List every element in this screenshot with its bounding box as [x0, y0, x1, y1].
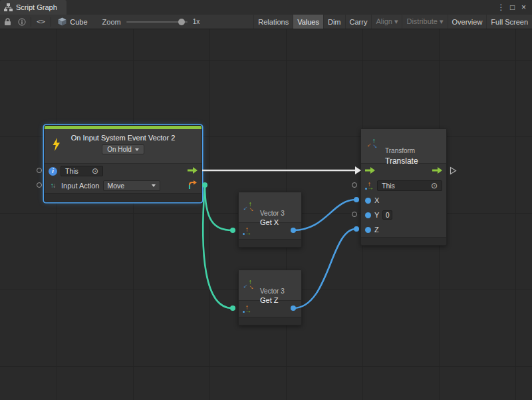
node-title: On Input System Event Vector 2	[45, 129, 201, 142]
y-label: Y	[374, 211, 379, 219]
toolbar-separator	[31, 17, 31, 27]
input-action-row: Input Action Move	[45, 178, 201, 193]
event-mode-dropdown[interactable]: On Hold	[102, 144, 144, 154]
tab-script-graph[interactable]: Script Graph	[0, 0, 66, 15]
event-node-rows: This ⊙ Input Action Move	[45, 164, 201, 193]
node-category: Transform	[385, 147, 446, 154]
toolbar-buttons: Relations Values Dim Carry Align ▾ Distr…	[253, 15, 532, 29]
float-wire-z	[293, 229, 356, 308]
node-footer	[361, 237, 446, 245]
fullscreen-button[interactable]: Full Screen	[486, 15, 532, 29]
transform-icon	[367, 138, 378, 148]
x-label: X	[374, 196, 379, 204]
y-port[interactable]	[365, 212, 371, 218]
object-chip[interactable]: Cube	[53, 17, 92, 26]
info-icon	[49, 167, 57, 176]
node-transform-translate[interactable]: Transform Translate	[360, 128, 447, 246]
lightning-bolt-icon	[51, 138, 61, 152]
lock-icon[interactable]	[0, 15, 15, 29]
transform-y-input-port[interactable]	[352, 212, 357, 217]
inspect-info-icon[interactable]	[15, 15, 29, 29]
node-title: Get X	[260, 218, 301, 226]
zoom-slider-thumb[interactable]	[178, 19, 185, 25]
control-output-port[interactable]	[432, 167, 442, 175]
chevron-down-icon	[135, 148, 139, 151]
this-row: This ⊙	[361, 178, 446, 193]
zoom-slider[interactable]	[126, 21, 188, 23]
y-value-field[interactable]: 0	[382, 210, 392, 220]
graph-canvas[interactable]: On Input System Event Vector 2 On Hold T…	[0, 29, 532, 400]
object-picker-icon[interactable]: ⊙	[92, 167, 98, 175]
node-get-x[interactable]: Vector 3 Get X	[238, 192, 302, 248]
toolbar-separator	[51, 17, 51, 27]
vector3-icon	[243, 201, 254, 212]
input-action-dropdown[interactable]: Move	[103, 180, 160, 191]
maximize-icon[interactable]: □	[507, 0, 518, 15]
tab-label: Script Graph	[16, 3, 57, 11]
transform-header: Transform Translate	[361, 129, 446, 164]
graph-toolbar: <> Cube Zoom 1x Relations Values Dim Car…	[0, 15, 532, 29]
window-controls: ⋮ □ ×	[495, 0, 532, 15]
align-dropdown-button: Align ▾	[371, 15, 402, 29]
this-label: This	[382, 182, 395, 190]
node-title: Translate	[385, 156, 446, 166]
this-object-field[interactable]: This ⊙	[377, 180, 442, 191]
get-z-header: Vector 3 Get Z	[239, 270, 301, 301]
zoom-value: 1x	[193, 18, 200, 25]
window-menu-icon[interactable]: ⋮	[495, 0, 507, 15]
axis-icon	[365, 182, 374, 190]
control-flow-row	[361, 164, 446, 178]
input-action-icon	[49, 182, 58, 190]
z-row: Z	[361, 222, 446, 237]
vector2-output-port[interactable]	[188, 180, 198, 191]
control-output-port[interactable]	[188, 167, 198, 175]
event-value-input-port[interactable]	[37, 182, 42, 188]
node-footer	[239, 239, 301, 247]
flow-continue-triangle[interactable]	[450, 166, 457, 175]
float-wire-x	[293, 200, 356, 230]
input-action-value: Move	[108, 182, 125, 190]
control-input-port[interactable]	[365, 167, 375, 175]
graph-icon	[4, 3, 13, 11]
this-label: This	[65, 167, 78, 175]
script-graph-window: Script Graph ⋮ □ × <> Cube	[0, 0, 532, 400]
transform-rows: This ⊙ X Y 0 Z	[361, 164, 446, 237]
node-category: Vector 3	[260, 288, 301, 295]
transform-this-input-port[interactable]	[352, 182, 357, 188]
event-node-header: On Input System Event Vector 2 On Hold	[45, 129, 201, 164]
event-mode-value: On Hold	[107, 146, 132, 153]
cube-icon	[58, 17, 66, 26]
close-icon[interactable]: ×	[518, 0, 529, 15]
object-name: Cube	[70, 18, 87, 26]
object-picker-icon[interactable]: ⊙	[431, 182, 438, 190]
input-action-label: Input Action	[61, 182, 100, 190]
titlebar: Script Graph ⋮ □ ×	[0, 0, 532, 15]
get-x-header: Vector 3 Get X	[239, 192, 301, 223]
zoom-label: Zoom	[102, 18, 121, 26]
code-icon[interactable]: <>	[33, 17, 49, 26]
z-port[interactable]	[365, 227, 371, 233]
carry-button[interactable]: Carry	[345, 15, 372, 29]
x-row: X	[361, 193, 446, 208]
x-port[interactable]	[365, 198, 371, 204]
values-button[interactable]: Values	[293, 15, 323, 29]
chevron-down-icon	[152, 184, 156, 187]
node-title: Get Z	[260, 296, 301, 304]
event-control-input-port[interactable]	[37, 168, 42, 173]
dim-button[interactable]: Dim	[323, 15, 345, 29]
z-label: Z	[374, 226, 379, 234]
node-get-z[interactable]: Vector 3 Get Z	[238, 270, 302, 325]
relations-button[interactable]: Relations	[253, 15, 293, 29]
overview-button[interactable]: Overview	[448, 15, 487, 29]
vector2-wire-to-get-z	[203, 185, 232, 308]
vector3-icon	[243, 279, 254, 290]
node-footer	[239, 317, 301, 325]
this-row: This ⊙	[45, 164, 201, 178]
vector2-wire-to-get-x	[205, 185, 232, 230]
distribute-dropdown-button: Distribute ▾	[402, 15, 447, 29]
node-category: Vector 3	[260, 210, 301, 217]
node-on-input-system-event[interactable]: On Input System Event Vector 2 On Hold T…	[44, 125, 202, 202]
node-footer	[45, 193, 201, 202]
this-object-field[interactable]: This ⊙	[61, 166, 103, 176]
axis-icon	[243, 227, 251, 236]
